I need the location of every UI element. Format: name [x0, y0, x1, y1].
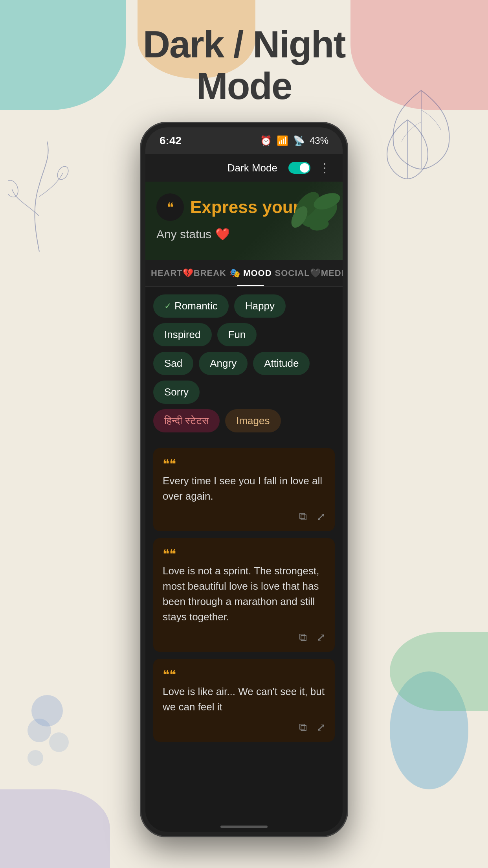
- chips-row-1: ✓ Romantic Happy Inspired Fun: [153, 294, 335, 346]
- dark-mode-toggle[interactable]: [288, 162, 310, 174]
- chip-inspired[interactable]: Inspired: [153, 323, 212, 346]
- leaf-decoration-right2: [382, 118, 433, 181]
- copy-button-1[interactable]: ⧉: [299, 510, 307, 523]
- quote-text-2: Love is not a sprint. The strongest, mos…: [163, 563, 325, 625]
- copy-button-3[interactable]: ⧉: [299, 721, 307, 734]
- status-time: 6:42: [160, 134, 182, 147]
- toggle-knob: [300, 163, 309, 173]
- svg-point-5: [28, 719, 51, 742]
- banner-leaves-icon: [264, 182, 343, 245]
- bg-green-patch: [390, 632, 488, 711]
- share-button-2[interactable]: ⤢: [316, 631, 325, 644]
- tab-mood[interactable]: 🎭 MOOD: [228, 260, 273, 286]
- status-bar: 6:42 ⏰ 📶 📡 43%: [145, 127, 343, 154]
- phone-screen: 6:42 ⏰ 📶 📡 43% Dark Mode ⋮: [145, 127, 343, 832]
- chips-row-3: हिन्दी स्टेटस Images: [153, 409, 335, 432]
- chips-row-2: Sad Angry Attitude Sorry: [153, 352, 335, 404]
- signal-icon: 📡: [293, 135, 305, 146]
- menu-button[interactable]: ⋮: [318, 160, 332, 175]
- chip-romantic[interactable]: ✓ Romantic: [153, 294, 229, 318]
- quote-text-3: Love is like air... We can't see it, but…: [163, 684, 325, 715]
- branch-decoration-left: [8, 138, 71, 256]
- status-icons: ⏰ 📶 📡 43%: [260, 135, 328, 146]
- check-icon: ✓: [164, 301, 171, 311]
- quote-icon-circle: ❝: [156, 193, 184, 221]
- svg-point-6: [49, 732, 69, 752]
- quote-mark-2: ❝❝: [163, 548, 325, 560]
- phone-shell: 6:42 ⏰ 📶 📡 43% Dark Mode ⋮: [140, 122, 348, 837]
- banner-section: ❝ Express yourself Any status ❤️: [145, 182, 343, 260]
- bg-lilac-patch: [0, 789, 110, 868]
- share-button-1[interactable]: ⤢: [316, 510, 325, 523]
- category-tabs: HEART💔BREAK 🎭 MOOD SOCIAL🖤MEDIA: [145, 260, 343, 287]
- chip-happy[interactable]: Happy: [234, 294, 286, 318]
- tab-heartbreak[interactable]: HEART💔BREAK: [149, 260, 228, 286]
- chip-attitude[interactable]: Attitude: [253, 352, 310, 375]
- quote-actions-3: ⧉ ⤢: [163, 721, 325, 734]
- home-indicator: [220, 826, 268, 828]
- phone-mockup: 6:42 ⏰ 📶 📡 43% Dark Mode ⋮: [140, 122, 348, 837]
- chip-sorry[interactable]: Sorry: [153, 381, 200, 404]
- battery-text: 43%: [310, 135, 328, 146]
- svg-point-2: [8, 178, 20, 199]
- app-header: Dark Mode ⋮: [145, 154, 343, 182]
- blue-watercolor: [16, 679, 94, 782]
- quote-mark-3: ❝❝: [163, 668, 325, 681]
- quote-actions-1: ⧉ ⤢: [163, 510, 325, 523]
- quote-card-1: ❝❝ Every time I see you I fall in love a…: [153, 448, 335, 531]
- tab-social-media[interactable]: SOCIAL🖤MEDIA: [273, 260, 343, 286]
- quote-actions-2: ⧉ ⤢: [163, 631, 325, 644]
- chip-hindi[interactable]: हिन्दी स्टेटस: [153, 409, 220, 432]
- page-title: Dark / Night Mode: [0, 24, 488, 107]
- quote-icon: ❝: [167, 200, 174, 215]
- quotes-section: ❝❝ Every time I see you I fall in love a…: [145, 444, 343, 757]
- quote-card-3: ❝❝ Love is like air... We can't see it, …: [153, 659, 335, 742]
- dark-mode-label: Dark Mode: [227, 162, 277, 174]
- chip-images[interactable]: Images: [225, 409, 281, 432]
- alarm-icon: ⏰: [260, 135, 272, 146]
- share-button-3[interactable]: ⤢: [316, 721, 325, 734]
- chip-fun[interactable]: Fun: [217, 323, 257, 346]
- chip-angry[interactable]: Angry: [199, 352, 248, 375]
- wifi-icon: 📶: [277, 135, 288, 146]
- filter-chips-section: ✓ Romantic Happy Inspired Fun Sad: [145, 287, 343, 444]
- quote-mark-1: ❝❝: [163, 458, 325, 470]
- quote-text-1: Every time I see you I fall in love all …: [163, 473, 325, 504]
- svg-point-7: [28, 750, 43, 766]
- chip-sad[interactable]: Sad: [153, 352, 193, 375]
- copy-button-2[interactable]: ⧉: [299, 631, 307, 644]
- quote-card-2: ❝❝ Love is not a sprint. The strongest, …: [153, 538, 335, 652]
